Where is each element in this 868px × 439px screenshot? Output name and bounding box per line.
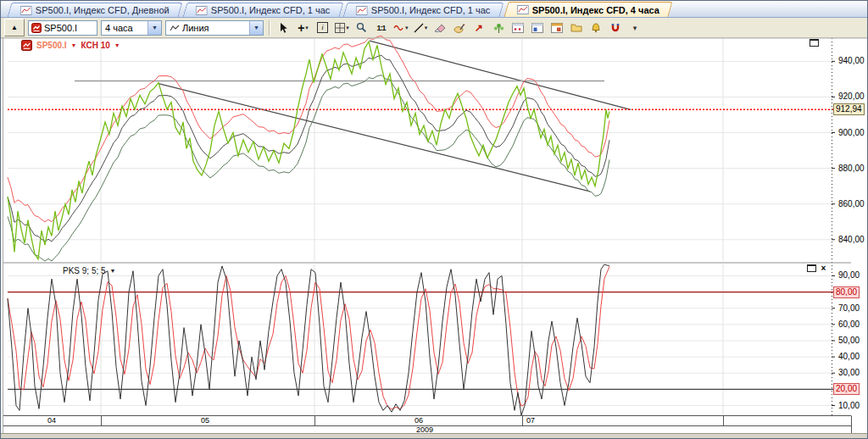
price-pane-legend[interactable]: SP500.I ▼ КСН 10 ▼ bbox=[21, 40, 120, 51]
legend-indicator-label: КСН 10 bbox=[81, 41, 110, 50]
stoch-pane-legend[interactable]: PKS 9; 5; 5 ▼ bbox=[63, 266, 116, 275]
chart-plot-area[interactable] bbox=[1, 1, 868, 439]
price-pane-maximize-button[interactable] bbox=[810, 39, 819, 47]
chevron-down-icon[interactable]: ▼ bbox=[110, 268, 116, 274]
instrument-icon bbox=[21, 40, 32, 51]
stoch-pane-close-button[interactable]: × bbox=[819, 264, 828, 272]
stoch-pane-maximize-button[interactable] bbox=[807, 264, 816, 272]
legend-symbol-label: SP500.I bbox=[36, 41, 67, 50]
chart-window: SP500.I, Индекс CFD, Дневной SP500.I, Ин… bbox=[0, 0, 868, 439]
chevron-down-icon[interactable]: ▼ bbox=[114, 42, 120, 48]
chevron-down-icon[interactable]: ▼ bbox=[71, 42, 77, 48]
window-bottom-edge bbox=[1, 433, 867, 438]
legend-stoch-label: PKS 9; 5; 5 bbox=[63, 266, 106, 275]
